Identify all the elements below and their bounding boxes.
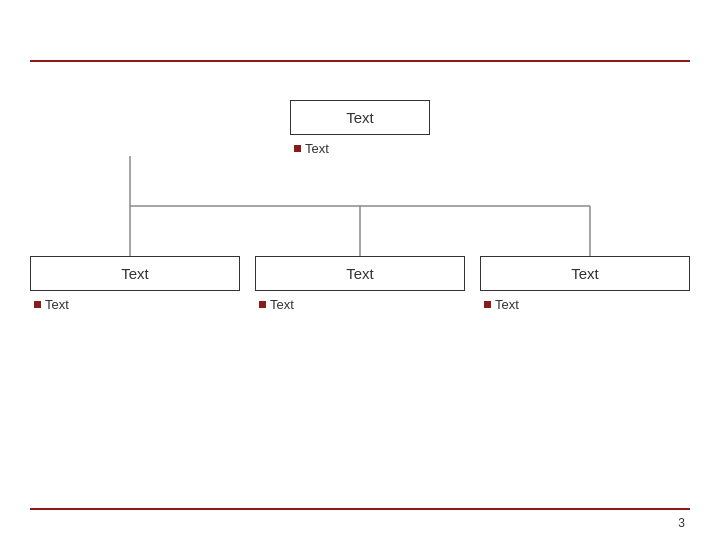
root-node-box: Text xyxy=(290,100,430,135)
root-node-container: Text Text xyxy=(290,100,430,156)
child-3-label: Text xyxy=(571,265,599,282)
child-3-bullet-row: Text xyxy=(480,297,519,312)
children-row: Text Text Text Text Text Text xyxy=(30,256,690,312)
child-3-bullet-icon xyxy=(484,301,491,308)
child-1-box: Text xyxy=(30,256,240,291)
root-node-bullet: Text xyxy=(290,141,329,156)
child-1-label: Text xyxy=(121,265,149,282)
root-node-label: Text xyxy=(346,109,374,126)
bullet-icon xyxy=(294,145,301,152)
child-1-bullet-icon xyxy=(34,301,41,308)
child-1-bullet-row: Text xyxy=(30,297,69,312)
child-node-3: Text Text xyxy=(480,256,690,312)
bottom-decorative-line xyxy=(30,508,690,510)
child-2-label: Text xyxy=(346,265,374,282)
root-bullet-text: Text xyxy=(305,141,329,156)
child-3-bullet-text: Text xyxy=(495,297,519,312)
org-chart: Text Text Text Text xyxy=(30,80,690,490)
child-2-bullet-icon xyxy=(259,301,266,308)
child-node-2: Text Text xyxy=(255,256,465,312)
child-2-bullet-text: Text xyxy=(270,297,294,312)
top-decorative-line xyxy=(30,60,690,62)
connector-svg xyxy=(30,156,690,256)
child-1-bullet-text: Text xyxy=(45,297,69,312)
child-2-box: Text xyxy=(255,256,465,291)
child-node-1: Text Text xyxy=(30,256,240,312)
child-3-box: Text xyxy=(480,256,690,291)
child-2-bullet-row: Text xyxy=(255,297,294,312)
page-number: 3 xyxy=(678,516,685,530)
